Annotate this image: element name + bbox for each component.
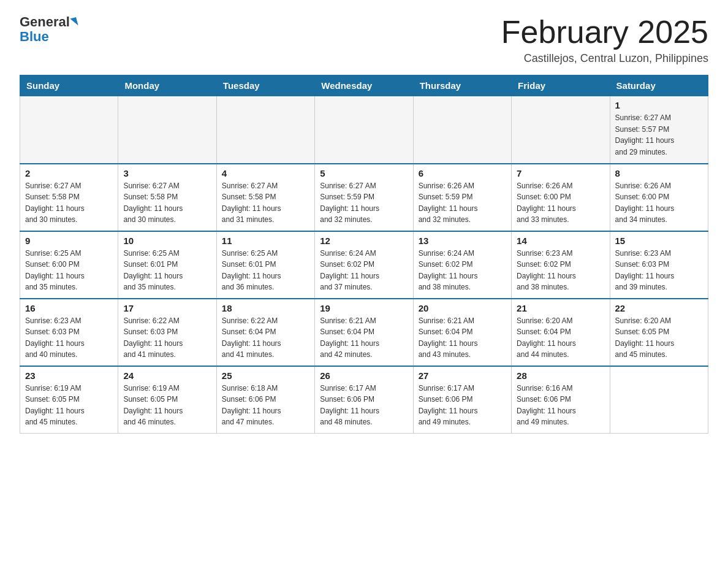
calendar-header-row: SundayMondayTuesdayWednesdayThursdayFrid…: [20, 75, 708, 96]
calendar-cell: 18Sunrise: 6:22 AMSunset: 6:04 PMDayligh…: [216, 299, 314, 366]
col-header-friday: Friday: [512, 75, 610, 96]
location-title: Castillejos, Central Luzon, Philippines: [501, 52, 708, 65]
calendar-cell: 7Sunrise: 6:26 AMSunset: 6:00 PMDaylight…: [512, 164, 610, 231]
day-number: 3: [123, 168, 211, 178]
day-info: Sunrise: 6:23 AMSunset: 6:03 PMDaylight:…: [615, 248, 703, 293]
day-info: Sunrise: 6:21 AMSunset: 6:04 PMDaylight:…: [419, 315, 506, 361]
day-number: 9: [25, 236, 113, 246]
day-info: Sunrise: 6:25 AMSunset: 6:01 PMDaylight:…: [222, 248, 309, 293]
calendar-cell: 2Sunrise: 6:27 AMSunset: 5:58 PMDaylight…: [20, 164, 118, 231]
calendar-cell: 24Sunrise: 6:19 AMSunset: 6:05 PMDayligh…: [118, 366, 216, 434]
calendar-cell: 5Sunrise: 6:27 AMSunset: 5:59 PMDaylight…: [315, 164, 413, 231]
day-number: 1: [615, 100, 703, 110]
day-number: 21: [517, 303, 604, 313]
day-info: Sunrise: 6:24 AMSunset: 6:02 PMDaylight:…: [320, 248, 408, 293]
day-number: 16: [25, 303, 113, 313]
day-number: 22: [615, 303, 703, 313]
day-info: Sunrise: 6:23 AMSunset: 6:02 PMDaylight:…: [517, 248, 604, 293]
day-info: Sunrise: 6:24 AMSunset: 6:02 PMDaylight:…: [419, 248, 506, 293]
day-info: Sunrise: 6:26 AMSunset: 6:00 PMDaylight:…: [615, 180, 703, 226]
logo-general-text: General: [20, 15, 70, 29]
calendar-week-row: 16Sunrise: 6:23 AMSunset: 6:03 PMDayligh…: [20, 299, 708, 366]
col-header-tuesday: Tuesday: [216, 75, 314, 96]
day-info: Sunrise: 6:26 AMSunset: 6:00 PMDaylight:…: [517, 180, 604, 226]
day-number: 12: [320, 236, 408, 246]
calendar-week-row: 2Sunrise: 6:27 AMSunset: 5:58 PMDaylight…: [20, 164, 708, 231]
calendar-cell: [20, 96, 118, 164]
calendar-cell: 20Sunrise: 6:21 AMSunset: 6:04 PMDayligh…: [413, 299, 511, 366]
calendar-cell: 3Sunrise: 6:27 AMSunset: 5:58 PMDaylight…: [118, 164, 216, 231]
day-info: Sunrise: 6:21 AMSunset: 6:04 PMDaylight:…: [320, 315, 408, 361]
day-number: 24: [123, 370, 211, 381]
calendar-cell: [118, 96, 216, 164]
col-header-sunday: Sunday: [20, 75, 118, 96]
day-info: Sunrise: 6:22 AMSunset: 6:04 PMDaylight:…: [222, 315, 309, 361]
day-info: Sunrise: 6:19 AMSunset: 6:05 PMDaylight:…: [25, 383, 113, 428]
day-info: Sunrise: 6:20 AMSunset: 6:04 PMDaylight:…: [517, 315, 604, 361]
col-header-wednesday: Wednesday: [315, 75, 413, 96]
page-header: General Blue February 2025 Castillejos, …: [20, 15, 708, 65]
calendar-cell: 21Sunrise: 6:20 AMSunset: 6:04 PMDayligh…: [512, 299, 610, 366]
calendar-cell: 10Sunrise: 6:25 AMSunset: 6:01 PMDayligh…: [118, 231, 216, 299]
logo-arrow-icon: [70, 17, 78, 27]
day-info: Sunrise: 6:26 AMSunset: 5:59 PMDaylight:…: [419, 180, 506, 226]
calendar-week-row: 23Sunrise: 6:19 AMSunset: 6:05 PMDayligh…: [20, 366, 708, 434]
calendar-cell: 6Sunrise: 6:26 AMSunset: 5:59 PMDaylight…: [413, 164, 511, 231]
calendar-cell: 1Sunrise: 6:27 AMSunset: 5:57 PMDaylight…: [610, 96, 708, 164]
day-info: Sunrise: 6:20 AMSunset: 6:05 PMDaylight:…: [615, 315, 703, 361]
calendar-cell: [413, 96, 511, 164]
day-info: Sunrise: 6:27 AMSunset: 5:58 PMDaylight:…: [25, 180, 113, 226]
day-info: Sunrise: 6:23 AMSunset: 6:03 PMDaylight:…: [25, 315, 113, 361]
col-header-saturday: Saturday: [610, 75, 708, 96]
day-number: 10: [123, 236, 211, 246]
day-number: 11: [222, 236, 309, 246]
calendar-cell: 9Sunrise: 6:25 AMSunset: 6:00 PMDaylight…: [20, 231, 118, 299]
day-number: 2: [25, 168, 113, 178]
calendar-cell: 25Sunrise: 6:18 AMSunset: 6:06 PMDayligh…: [216, 366, 314, 434]
col-header-thursday: Thursday: [413, 75, 511, 96]
day-number: 5: [320, 168, 408, 178]
day-number: 18: [222, 303, 309, 313]
calendar-cell: 14Sunrise: 6:23 AMSunset: 6:02 PMDayligh…: [512, 231, 610, 299]
calendar-cell: 16Sunrise: 6:23 AMSunset: 6:03 PMDayligh…: [20, 299, 118, 366]
day-info: Sunrise: 6:19 AMSunset: 6:05 PMDaylight:…: [123, 383, 211, 428]
day-number: 27: [419, 370, 506, 381]
day-number: 6: [419, 168, 506, 178]
day-number: 28: [517, 370, 604, 381]
calendar-cell: 11Sunrise: 6:25 AMSunset: 6:01 PMDayligh…: [216, 231, 314, 299]
calendar-cell: 4Sunrise: 6:27 AMSunset: 5:58 PMDaylight…: [216, 164, 314, 231]
day-info: Sunrise: 6:27 AMSunset: 5:58 PMDaylight:…: [123, 180, 211, 226]
day-info: Sunrise: 6:16 AMSunset: 6:06 PMDaylight:…: [517, 383, 604, 428]
calendar-cell: [216, 96, 314, 164]
day-number: 13: [419, 236, 506, 246]
day-info: Sunrise: 6:27 AMSunset: 5:57 PMDaylight:…: [615, 112, 703, 158]
day-number: 20: [419, 303, 506, 313]
logo-blue-text: Blue: [20, 29, 49, 44]
day-info: Sunrise: 6:17 AMSunset: 6:06 PMDaylight:…: [419, 383, 506, 428]
title-section: February 2025 Castillejos, Central Luzon…: [501, 15, 708, 65]
day-number: 26: [320, 370, 408, 381]
calendar-cell: [512, 96, 610, 164]
day-number: 17: [123, 303, 211, 313]
day-number: 8: [615, 168, 703, 178]
calendar-cell: 22Sunrise: 6:20 AMSunset: 6:05 PMDayligh…: [610, 299, 708, 366]
day-info: Sunrise: 6:18 AMSunset: 6:06 PMDaylight:…: [222, 383, 309, 428]
calendar-cell: 19Sunrise: 6:21 AMSunset: 6:04 PMDayligh…: [315, 299, 413, 366]
day-number: 7: [517, 168, 604, 178]
calendar-cell: 15Sunrise: 6:23 AMSunset: 6:03 PMDayligh…: [610, 231, 708, 299]
day-number: 4: [222, 168, 309, 178]
day-number: 14: [517, 236, 604, 246]
calendar-cell: 12Sunrise: 6:24 AMSunset: 6:02 PMDayligh…: [315, 231, 413, 299]
logo: General Blue: [20, 15, 77, 44]
day-info: Sunrise: 6:27 AMSunset: 5:59 PMDaylight:…: [320, 180, 408, 226]
calendar-table: SundayMondayTuesdayWednesdayThursdayFrid…: [20, 75, 708, 434]
day-number: 15: [615, 236, 703, 246]
day-info: Sunrise: 6:22 AMSunset: 6:03 PMDaylight:…: [123, 315, 211, 361]
calendar-cell: 17Sunrise: 6:22 AMSunset: 6:03 PMDayligh…: [118, 299, 216, 366]
calendar-cell: [610, 366, 708, 434]
calendar-cell: [315, 96, 413, 164]
day-info: Sunrise: 6:25 AMSunset: 6:01 PMDaylight:…: [123, 248, 211, 293]
day-number: 25: [222, 370, 309, 381]
calendar-cell: 13Sunrise: 6:24 AMSunset: 6:02 PMDayligh…: [413, 231, 511, 299]
calendar-week-row: 1Sunrise: 6:27 AMSunset: 5:57 PMDaylight…: [20, 96, 708, 164]
